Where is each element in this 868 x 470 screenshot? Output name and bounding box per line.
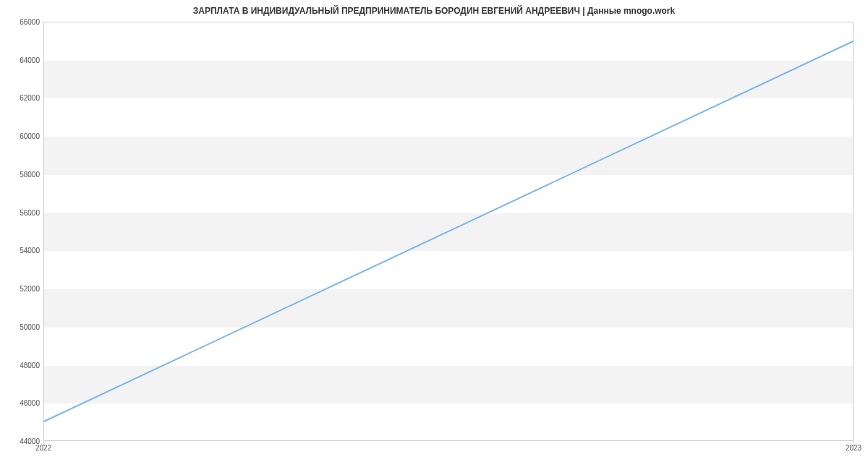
y-tick-label: 66000	[0, 18, 40, 26]
y-tick-label: 60000	[0, 132, 40, 140]
y-tick-label: 58000	[0, 170, 40, 178]
y-tick-label: 46000	[0, 399, 40, 407]
chart-container: ЗАРПЛАТА В ИНДИВИДУАЛЬНЫЙ ПРЕДПРИНИМАТЕЛ…	[0, 0, 868, 470]
y-tick-label: 62000	[0, 94, 40, 102]
x-tick-mark	[43, 441, 44, 445]
series-line	[44, 41, 853, 421]
y-tick-label: 56000	[0, 208, 40, 216]
y-tick-label: 44000	[0, 437, 40, 445]
line-layer	[44, 22, 853, 440]
y-tick-label: 64000	[0, 56, 40, 64]
y-tick-label: 54000	[0, 247, 40, 255]
chart-title: ЗАРПЛАТА В ИНДИВИДУАЛЬНЫЙ ПРЕДПРИНИМАТЕЛ…	[0, 6, 868, 16]
y-tick-label: 48000	[0, 361, 40, 369]
x-tick-mark	[854, 441, 854, 445]
y-tick-label: 52000	[0, 285, 40, 293]
y-tick-label: 50000	[0, 322, 40, 330]
plot-area	[43, 22, 854, 441]
